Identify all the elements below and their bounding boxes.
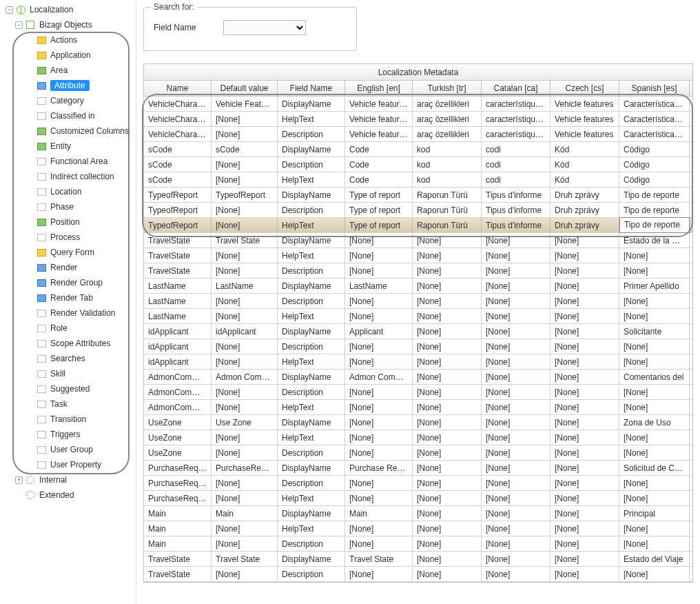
table-cell[interactable]: [None]	[619, 445, 690, 460]
table-cell[interactable]: LastName	[144, 309, 212, 323]
table-row[interactable]: sCodesCodeDisplayNameCodekodcodiKódCódig…	[144, 142, 692, 157]
table-cell[interactable]: [None]	[550, 279, 619, 293]
table-cell[interactable]: [None]	[482, 248, 550, 263]
table-cell[interactable]: Purchase Request	[345, 461, 413, 475]
tree-item-location[interactable]: Location	[3, 184, 136, 199]
table-cell[interactable]: PurchaseRequest	[144, 491, 212, 505]
table-cell[interactable]: sCode	[144, 142, 212, 157]
table-row[interactable]: LastName[None]Description[None][None][No…	[144, 294, 692, 309]
table-cell[interactable]: Características del	[619, 112, 690, 126]
table-cell[interactable]: Vehicle features	[345, 127, 413, 141]
table-cell[interactable]: Main	[345, 506, 413, 521]
table-cell[interactable]: Description	[278, 567, 345, 581]
table-cell[interactable]: [None]	[619, 521, 690, 536]
tree-item-application[interactable]: Application	[3, 48, 136, 63]
table-cell[interactable]: Tipo de reporte	[619, 203, 690, 217]
table-cell[interactable]: [None]	[345, 521, 413, 536]
table-cell[interactable]: [None]	[550, 385, 619, 399]
table-cell[interactable]: Vehicle features	[345, 97, 413, 111]
table-cell[interactable]: [None]	[550, 430, 619, 445]
collapse-icon[interactable]: −	[6, 6, 13, 14]
tree-item-role[interactable]: Role	[3, 321, 136, 336]
table-cell[interactable]: Type of report	[345, 203, 413, 217]
table-cell[interactable]: [None]	[619, 430, 690, 445]
table-cell[interactable]: PurchaseRequest	[144, 476, 212, 490]
table-cell[interactable]: [None]	[212, 400, 278, 414]
table-cell[interactable]: [None]	[413, 400, 482, 414]
table-cell[interactable]: [None]	[212, 294, 278, 308]
table-cell[interactable]: sCode	[144, 172, 212, 187]
table-cell[interactable]: [None]	[212, 127, 278, 141]
table-cell[interactable]: [None]	[345, 294, 413, 308]
table-cell[interactable]: Type of report	[345, 188, 413, 202]
tree-item-process[interactable]: Process	[3, 230, 136, 245]
table-cell[interactable]: [None]	[550, 536, 619, 551]
table-cell[interactable]: [None]	[413, 461, 482, 475]
table-row[interactable]: Main[None]Description[None][None][None][…	[144, 536, 692, 552]
table-cell[interactable]: idApplicant	[144, 354, 212, 369]
table-cell[interactable]: Raporun Türü	[413, 203, 482, 217]
table-cell[interactable]: kod	[413, 142, 482, 157]
table-cell[interactable]: [None]	[212, 112, 278, 126]
table-row[interactable]: TypeofReport[None]HelpTextType of report…	[144, 218, 692, 233]
table-cell[interactable]: característiques d	[482, 127, 550, 141]
table-cell[interactable]: idApplicant	[212, 324, 278, 339]
table-cell[interactable]: LastName	[144, 279, 212, 293]
table-cell[interactable]: TypeofReport	[212, 188, 278, 202]
table-cell[interactable]: Druh zprávy	[550, 218, 619, 232]
table-cell[interactable]: Primer Apellido	[619, 279, 690, 293]
expand-icon[interactable]: +	[15, 476, 23, 484]
table-row[interactable]: UseZone[None]Description[None][None][Non…	[144, 445, 692, 461]
table-cell[interactable]: [None]	[212, 430, 278, 445]
table-cell[interactable]: VehicleCharacteri	[144, 97, 212, 111]
tree-item-actions[interactable]: Actions	[3, 32, 136, 48]
table-cell[interactable]: UseZone	[144, 445, 212, 460]
table-cell[interactable]: [None]	[619, 536, 690, 551]
table-row[interactable]: LastNameLastNameDisplayNameLastName[None…	[144, 279, 692, 294]
column-header[interactable]: Catalan [ca]	[482, 81, 550, 96]
table-cell[interactable]: PurchaseRequest	[212, 461, 278, 475]
table-cell[interactable]: Travel State	[345, 552, 413, 566]
table-cell[interactable]: [None]	[482, 294, 550, 308]
table-cell[interactable]: [None]	[619, 339, 690, 354]
table-cell[interactable]: [None]	[619, 476, 690, 490]
table-cell[interactable]: [None]	[413, 430, 482, 445]
table-cell[interactable]: [None]	[619, 385, 690, 399]
table-cell[interactable]: codi	[482, 172, 550, 187]
table-row[interactable]: PurchaseRequest[None]Description[None][N…	[144, 476, 692, 491]
table-cell[interactable]: Druh zprávy	[550, 188, 619, 202]
table-cell[interactable]: Code	[345, 172, 413, 187]
table-cell[interactable]: Solicitante	[619, 324, 690, 339]
tree-item-triggers[interactable]: Triggers	[3, 427, 136, 442]
table-cell[interactable]: [None]	[345, 536, 413, 551]
table-cell[interactable]: característiques d	[482, 97, 550, 111]
table-cell[interactable]: TravelState	[144, 567, 212, 581]
tree-node-extended[interactable]: Extended	[3, 487, 136, 503]
table-cell[interactable]: [None]	[345, 354, 413, 369]
table-row[interactable]: TypeofReport[None]DescriptionType of rep…	[144, 203, 692, 218]
tree-item-entity[interactable]: Entity	[3, 139, 136, 154]
table-cell[interactable]: [None]	[212, 248, 278, 263]
table-cell[interactable]: Applicant	[345, 324, 413, 339]
tree-item-position[interactable]: Position	[3, 214, 136, 230]
table-cell[interactable]: [None]	[482, 430, 550, 445]
table-cell[interactable]: [None]	[482, 309, 550, 323]
table-cell[interactable]: Main	[144, 521, 212, 536]
tree-item-searches[interactable]: Searches	[3, 351, 136, 366]
table-cell[interactable]: [None]	[550, 415, 619, 430]
table-cell[interactable]: [None]	[482, 461, 550, 475]
table-cell[interactable]: [None]	[482, 536, 550, 551]
tree-root-localization[interactable]: − Localization	[3, 2, 136, 17]
table-row[interactable]: sCode[None]DescriptionCodekodcodiKódCódi…	[144, 157, 692, 172]
table-cell[interactable]: DisplayName	[278, 279, 345, 293]
table-cell[interactable]: PurchaseRequest	[144, 461, 212, 475]
tree-node-internal[interactable]: + Internal	[3, 472, 136, 487]
table-cell[interactable]: [None]	[550, 461, 619, 475]
table-cell[interactable]: [None]	[345, 430, 413, 445]
table-cell[interactable]: Code	[345, 142, 413, 157]
table-cell[interactable]: Zona de Uso	[619, 415, 690, 430]
table-cell[interactable]: TypeofReport	[144, 203, 212, 217]
column-header[interactable]: Name	[144, 81, 212, 96]
table-cell[interactable]: [None]	[413, 339, 482, 354]
table-cell[interactable]: [None]	[413, 263, 482, 278]
